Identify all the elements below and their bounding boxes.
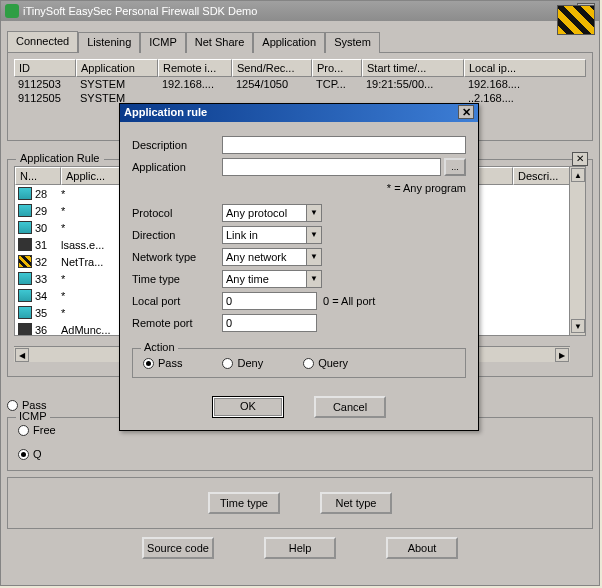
status-icon (18, 255, 32, 268)
status-icon (18, 204, 32, 217)
app-icon (5, 4, 19, 18)
label-protocol: Protocol (132, 207, 222, 219)
browse-button[interactable]: ... (444, 158, 466, 176)
titlebar: iTinySoft EasySec Personal Firewall SDK … (1, 1, 599, 21)
source-code-button[interactable]: Source code (142, 537, 214, 559)
dialog-close-button[interactable]: ✕ (458, 105, 474, 119)
net-type-button[interactable]: Net type (320, 492, 392, 514)
help-button[interactable]: Help (264, 537, 336, 559)
status-icon (18, 221, 32, 234)
radio-query[interactable]: Query (303, 357, 348, 369)
table-row[interactable]: 9112503 SYSTEM 192.168.... 1254/1050 TCP… (14, 77, 586, 91)
action-group: Action Pass Deny Query (132, 348, 466, 378)
network-type-dropdown[interactable]: Any network▼ (222, 248, 322, 266)
chevron-down-icon: ▼ (306, 205, 321, 221)
label-local-port: Local port (132, 295, 222, 307)
any-program-note: * = Any program (132, 182, 466, 194)
col-pro[interactable]: Pro... (312, 59, 362, 77)
col-local[interactable]: Local ip... (464, 59, 586, 77)
direction-dropdown[interactable]: Link in▼ (222, 226, 322, 244)
window-title: iTinySoft EasySec Personal Firewall SDK … (23, 5, 575, 17)
col-start[interactable]: Start time/... (362, 59, 464, 77)
tab-connected[interactable]: Connected (7, 31, 78, 52)
label-time-type: Time type (132, 273, 222, 285)
protocol-dropdown[interactable]: Any protocol▼ (222, 204, 322, 222)
status-icon (18, 238, 32, 251)
tab-netshare[interactable]: Net Share (186, 32, 254, 53)
status-icon (18, 306, 32, 319)
radio-q[interactable]: Q (18, 448, 582, 460)
label-network-type: Network type (132, 251, 222, 263)
dialog-titlebar[interactable]: Application rule ✕ (120, 104, 478, 122)
col-remote[interactable]: Remote i... (158, 59, 232, 77)
tab-listening[interactable]: Listening (78, 32, 140, 53)
ok-button[interactable]: OK (212, 396, 284, 418)
chevron-down-icon: ▼ (306, 271, 321, 287)
label-description: Description (132, 139, 222, 151)
tab-system[interactable]: System (325, 32, 380, 53)
tab-application[interactable]: Application (253, 32, 325, 53)
status-icon (18, 289, 32, 302)
tab-icmp[interactable]: ICMP (140, 32, 186, 53)
label-direction: Direction (132, 229, 222, 241)
scroll-down-icon[interactable]: ▼ (571, 319, 585, 333)
time-type-dropdown[interactable]: Any time▼ (222, 270, 322, 288)
col-id[interactable]: ID (14, 59, 76, 77)
icmp-legend: ICMP (16, 410, 50, 422)
status-icon (18, 187, 32, 200)
col-n[interactable]: N... (15, 167, 61, 185)
application-input[interactable] (222, 158, 441, 176)
radio-deny[interactable]: Deny (222, 357, 263, 369)
group-legend: Application Rule (16, 152, 104, 164)
vertical-scrollbar[interactable]: ▲ ▼ (569, 167, 585, 335)
tabstrip: Connected Listening ICMP Net Share Appli… (7, 31, 593, 53)
chevron-down-icon: ▼ (306, 249, 321, 265)
label-remote-port: Remote port (132, 317, 222, 329)
connected-header-row: ID Application Remote i... Send/Rec... P… (14, 59, 586, 77)
label-application: Application (132, 161, 222, 173)
scroll-right-icon[interactable]: ▶ (555, 348, 569, 362)
status-icon (18, 323, 32, 336)
main-window: iTinySoft EasySec Personal Firewall SDK … (0, 0, 600, 586)
chevron-down-icon: ▼ (306, 227, 321, 243)
local-port-input[interactable] (222, 292, 317, 310)
status-icon (18, 272, 32, 285)
action-legend: Action (141, 341, 178, 353)
radio-pass[interactable]: Pass (143, 357, 182, 369)
time-type-button[interactable]: Time type (208, 492, 280, 514)
cancel-button[interactable]: Cancel (314, 396, 386, 418)
description-input[interactable] (222, 136, 466, 154)
close-icon[interactable]: ✕ (572, 152, 588, 166)
all-port-note: 0 = All port (323, 295, 375, 307)
scroll-up-icon[interactable]: ▲ (571, 168, 585, 182)
col-application[interactable]: Application (76, 59, 158, 77)
application-rule-dialog: Application rule ✕ Description Applicati… (119, 103, 479, 431)
dialog-title: Application rule (124, 106, 207, 120)
col-sendrec[interactable]: Send/Rec... (232, 59, 312, 77)
remote-port-input[interactable] (222, 314, 317, 332)
scroll-left-icon[interactable]: ◀ (15, 348, 29, 362)
about-button[interactable]: About (386, 537, 458, 559)
